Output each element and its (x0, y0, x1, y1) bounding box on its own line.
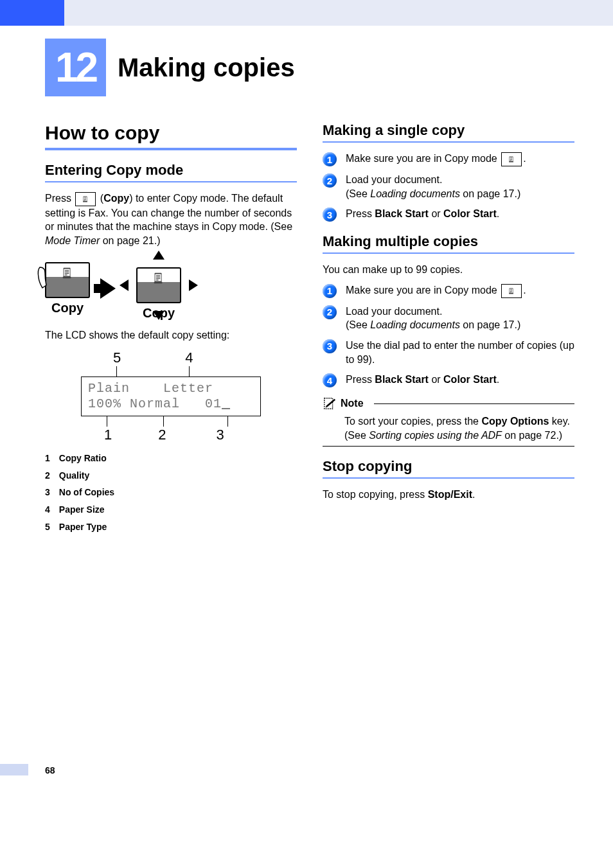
step-badge: 4 (323, 373, 337, 387)
legend-num: 2 (45, 467, 50, 484)
rule (45, 181, 297, 182)
rule (323, 141, 574, 143)
note-body: To sort your copies, press the Copy Opti… (344, 414, 574, 442)
legend-text: Paper Size (59, 501, 105, 518)
finger-press-icon (36, 266, 50, 294)
step-4: 4 Press Black Start or Color Start. (323, 373, 574, 387)
top-bar-fill (64, 0, 613, 26)
lcd-callout-1: 1 (104, 427, 112, 443)
step-3: 3 Use the dial pad to enter the number o… (323, 339, 574, 366)
copy-key-after: Copy (126, 257, 191, 321)
text: . (523, 285, 526, 296)
text: . (497, 374, 499, 385)
arrow-right-icon (100, 278, 116, 299)
lcd-line1: Plain Letter (88, 381, 213, 396)
step-text: Make sure you are in Copy mode . (346, 152, 574, 166)
text: To stop copying, press (323, 489, 428, 500)
rule (323, 477, 574, 479)
subsection-multiple-copies: Making multiple copies (323, 233, 574, 250)
text-italic: Mode Timer (45, 235, 100, 246)
step-badge: 2 (323, 305, 337, 319)
text-bold: Copy Options (481, 416, 549, 427)
legend-item: 2Quality (45, 467, 297, 484)
copy-key-icon (136, 267, 181, 303)
text: on page 21.) (100, 235, 160, 246)
legend-text: Paper Type (59, 518, 107, 536)
note-icon (323, 396, 337, 411)
copy-key-icon (45, 262, 90, 298)
text: Make sure you are in Copy mode (346, 285, 500, 296)
legend-text: Copy Ratio (59, 450, 107, 467)
legend-item: 1Copy Ratio (45, 450, 297, 467)
step-1: 1 Make sure you are in Copy mode . (323, 152, 574, 166)
step-text: Press Black Start or Color Start. (346, 373, 574, 387)
legend-num: 4 (45, 501, 50, 518)
copy-key-label: Copy (45, 301, 90, 315)
text-bold: Copy (103, 193, 129, 204)
legend-item: 3No of Copies (45, 484, 297, 501)
text: To sort your copies, press the (344, 416, 481, 427)
note-heading: Note (323, 396, 574, 411)
step-2: 2 Load your document. (See Loading docum… (323, 173, 574, 200)
copy-key-icon (75, 192, 96, 206)
step-badge: 1 (323, 284, 337, 298)
stop-copy-text: To stop copying, press Stop/Exit. (323, 488, 574, 502)
triangle-icon (189, 279, 198, 291)
text-italic: Sorting copies using the ADF (369, 430, 502, 441)
lcd-callout-4: 4 (185, 350, 193, 366)
entering-copy-paragraph: Press (Copy) to enter Copy mode. The def… (45, 191, 297, 248)
chapter-number: 12 (45, 39, 106, 96)
text: Load your document. (346, 174, 442, 185)
text-bold: Color Start (443, 374, 497, 385)
text: . (497, 208, 499, 219)
lcd-diagram: 5 4 Plain Letter 100% Normal 01 1 2 3 (81, 350, 261, 443)
step-2: 2 Load your document. (See Loading docum… (323, 305, 574, 332)
text-italic: Loading documents (370, 319, 460, 330)
text-bold: Black Start (375, 208, 429, 219)
note-label: Note (341, 398, 364, 409)
lcd-callout-3: 3 (217, 427, 224, 443)
text: on page 72.) (502, 430, 562, 441)
step-text: Load your document. (See Loading documen… (346, 305, 574, 332)
chapter-title: Making copies (118, 53, 295, 82)
text-bold: Black Start (375, 374, 429, 385)
rule (45, 148, 297, 150)
text: (See (346, 319, 370, 330)
step-text: Use the dial pad to enter the number of … (346, 339, 574, 366)
text: Load your document. (346, 306, 442, 317)
step-text: Load your document. (See Loading documen… (346, 173, 574, 200)
copy-key-icon (501, 152, 522, 166)
text-italic: Loading documents (370, 188, 460, 199)
text: . (472, 489, 475, 500)
triangle-icon (153, 311, 164, 320)
subsection-stop-copying: Stop copying (323, 458, 574, 475)
text: (See (346, 188, 370, 199)
rule (323, 446, 574, 447)
step-badge: 1 (323, 152, 337, 166)
step-badge: 3 (323, 339, 337, 353)
lcd-line2: 100% Normal 01 (88, 396, 222, 411)
page-footer: 68 (0, 760, 613, 775)
step-3: 3 Press Black Start or Color Start. (323, 207, 574, 222)
copy-key-before: Copy (45, 262, 90, 315)
legend-text: Quality (59, 467, 89, 484)
subsection-single-copy: Making a single copy (323, 122, 574, 139)
lcd-screen: Plain Letter 100% Normal 01 (81, 376, 261, 416)
section-how-to-copy: How to copy (45, 122, 297, 144)
page-number: 68 (45, 765, 55, 775)
text: . (523, 153, 526, 164)
text: or (429, 374, 443, 385)
copy-key-icon (501, 284, 522, 298)
top-bar (0, 0, 613, 26)
triangle-icon (120, 279, 129, 291)
top-bar-accent (0, 0, 64, 26)
text: Press (346, 374, 375, 385)
right-column: Making a single copy 1 Make sure you are… (323, 122, 574, 535)
lcd-legend: 1Copy Ratio 2Quality 3No of Copies 4Pape… (45, 450, 297, 535)
rule (374, 403, 574, 404)
legend-item: 5Paper Type (45, 518, 297, 536)
text: Make sure you are in Copy mode (346, 153, 500, 164)
triangle-icon (153, 251, 164, 260)
subsection-entering-copy-mode: Entering Copy mode (45, 162, 297, 179)
step-text: Make sure you are in Copy mode . (346, 283, 574, 298)
